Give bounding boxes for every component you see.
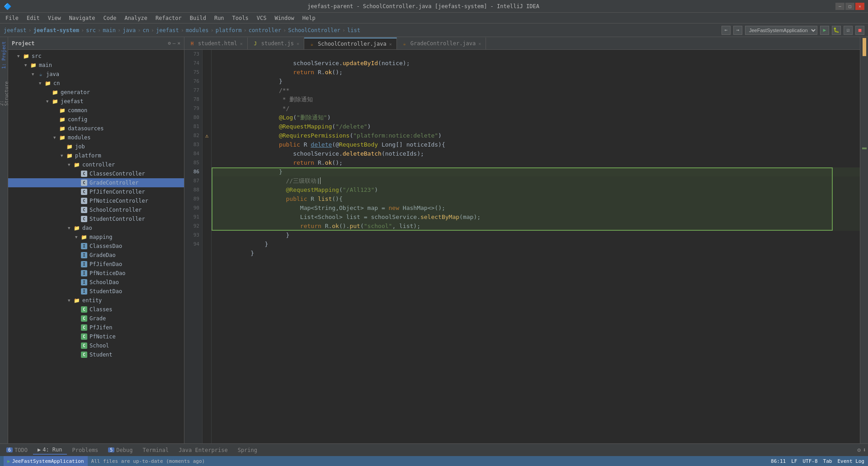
- breadcrumb-src[interactable]: src: [86, 27, 96, 33]
- code-content[interactable]: schoolService.updateById(notice); return…: [212, 50, 860, 443]
- tab-student-html[interactable]: H student.html ✕: [184, 38, 248, 49]
- menu-help[interactable]: Help: [299, 14, 319, 22]
- cursor-position[interactable]: 86:11: [771, 458, 786, 464]
- tree-item-grade[interactable]: C Grade: [8, 314, 184, 323]
- tree-item-student[interactable]: C Student: [8, 350, 184, 359]
- tree-item-platform[interactable]: ▼ 📁 platform: [8, 151, 184, 160]
- tab-debug[interactable]: 5 Debug: [104, 446, 137, 454]
- event-log[interactable]: Event Log: [837, 458, 864, 464]
- project-header-close-icon[interactable]: ✕: [177, 40, 180, 46]
- menu-edit[interactable]: Edit: [23, 14, 43, 22]
- tree-item-src[interactable]: ▼ 📁 src: [8, 52, 184, 61]
- menu-view[interactable]: View: [44, 14, 65, 22]
- project-header-gear-icon[interactable]: ⚙: [168, 40, 171, 46]
- tree-item-pfjifen-controller[interactable]: C PfJifenController: [8, 187, 184, 196]
- tab-java-enterprise[interactable]: Java Enterprise: [174, 446, 232, 454]
- menu-run[interactable]: Run: [211, 14, 228, 22]
- nav-forward-button[interactable]: →: [733, 26, 742, 35]
- project-header-collapse-icon[interactable]: —: [173, 40, 176, 46]
- bottom-settings[interactable]: ⚙ ⬇: [857, 447, 866, 453]
- tree-item-cn[interactable]: ▼ 📁 cn: [8, 79, 184, 88]
- menu-file[interactable]: File: [2, 14, 22, 22]
- breadcrumb-jeefast[interactable]: jeefast: [4, 27, 27, 33]
- run-config-select[interactable]: JeeFastSystemApplication: [745, 26, 817, 35]
- code-editor[interactable]: 73 74 75 76 77 78 79 80 81 82 83 84 85 8…: [184, 50, 860, 443]
- breadcrumb-jeefast2[interactable]: jeefast: [156, 27, 179, 33]
- menu-tools[interactable]: Tools: [229, 14, 252, 22]
- tree-item-classes-controller[interactable]: C ClassesController: [8, 169, 184, 178]
- tree-item-common[interactable]: 📁 common: [8, 106, 184, 115]
- menu-window[interactable]: Window: [271, 14, 297, 22]
- tab-terminal[interactable]: Terminal: [138, 446, 173, 454]
- tree-item-config[interactable]: 📁 config: [8, 115, 184, 124]
- breadcrumb-list[interactable]: list: [347, 27, 360, 33]
- nav-back-button[interactable]: ←: [722, 26, 731, 35]
- menu-navigate[interactable]: Navigate: [66, 14, 99, 22]
- tree-item-dao[interactable]: ▼ 📁 dao: [8, 223, 184, 233]
- settings-icon[interactable]: ⚙: [857, 447, 861, 453]
- tree-item-pfnotice[interactable]: C PfNotice: [8, 332, 184, 341]
- tree-item-classes[interactable]: C Classes: [8, 305, 184, 314]
- breadcrumb-platform[interactable]: platform: [216, 27, 242, 33]
- breadcrumb-cn[interactable]: cn: [142, 27, 149, 33]
- tree-item-school[interactable]: C School: [8, 341, 184, 350]
- tree-item-grade-controller[interactable]: C GradeController: [8, 178, 184, 187]
- tree-item-grade-dao[interactable]: I GradeDao: [8, 251, 184, 260]
- tree-item-jeefast[interactable]: ▼ 📁 jeefast: [8, 97, 184, 106]
- breadcrumb-main[interactable]: main: [103, 27, 116, 33]
- run-button[interactable]: ▶: [820, 26, 829, 35]
- breadcrumb-modules[interactable]: modules: [186, 27, 209, 33]
- breadcrumb-jeefast-system[interactable]: jeefast-system: [33, 27, 79, 33]
- tree-item-pfnotice-dao[interactable]: I PfNoticeDao: [8, 269, 184, 278]
- tab-close-school-controller[interactable]: ✕: [389, 42, 392, 47]
- maximize-button[interactable]: □: [845, 3, 854, 10]
- tab-student-js[interactable]: J student.js ✕: [248, 38, 304, 49]
- breadcrumb-java[interactable]: java: [123, 27, 136, 33]
- tab-close-grade-controller[interactable]: ✕: [478, 41, 481, 46]
- hide-panels-icon[interactable]: ⬇: [863, 447, 866, 453]
- tree-item-classes-dao[interactable]: I ClassesDao: [8, 242, 184, 251]
- run-with-coverage-button[interactable]: ☑: [844, 26, 853, 35]
- tab-school-controller[interactable]: ☕ SchoolController.java ✕: [304, 38, 397, 49]
- tab-grade-controller[interactable]: ☕ GradeController.java ✕: [397, 38, 486, 49]
- breadcrumb-controller[interactable]: controller: [249, 27, 281, 33]
- tab-spring[interactable]: Spring: [233, 446, 262, 454]
- encoding[interactable]: UTF-8: [802, 458, 817, 464]
- tree-item-student-controller[interactable]: C StudentController: [8, 214, 184, 223]
- tree-item-java[interactable]: ▼ ☕ java: [8, 70, 184, 79]
- breadcrumb-school-controller[interactable]: SchoolController: [288, 27, 340, 33]
- tab-close-student-html[interactable]: ✕: [240, 41, 243, 46]
- tree-item-datasources[interactable]: 📁 datasources: [8, 124, 184, 133]
- tree-item-pfjifen[interactable]: C PfJifen: [8, 323, 184, 332]
- tree-item-modules[interactable]: ▼ 📁 modules: [8, 133, 184, 142]
- tab-close-student-js[interactable]: ✕: [297, 41, 299, 46]
- tree-item-student-dao[interactable]: I StudentDao: [8, 287, 184, 296]
- menu-vcs[interactable]: VCS: [253, 14, 270, 22]
- stop-button[interactable]: ■: [855, 26, 864, 35]
- menu-code[interactable]: Code: [100, 14, 120, 22]
- debug-button[interactable]: 🐛: [832, 26, 841, 35]
- window-controls[interactable]: — □ ✕: [835, 3, 864, 10]
- line-ending[interactable]: LF: [791, 458, 797, 464]
- tree-item-pfnotice-controller[interactable]: C PfNoticeController: [8, 196, 184, 205]
- tab-problems[interactable]: Problems: [68, 446, 103, 454]
- menu-build[interactable]: Build: [186, 14, 210, 22]
- tab-todo[interactable]: 6 TODO: [2, 446, 32, 454]
- left-panel-project[interactable]: 1: Project: [0, 37, 8, 73]
- tree-item-mapping[interactable]: ▼ 📁 mapping: [8, 233, 184, 242]
- tree-item-pfjifen-dao[interactable]: I PfJifenDao: [8, 260, 184, 269]
- tab-run[interactable]: ▶ 4: Run: [33, 446, 67, 455]
- tree-item-job[interactable]: 📁 job: [8, 142, 184, 151]
- tree-item-school-dao[interactable]: I SchoolDao: [8, 278, 184, 287]
- tree-item-entity[interactable]: ▼ 📁 entity: [8, 296, 184, 305]
- close-button[interactable]: ✕: [855, 3, 864, 10]
- menu-refactor[interactable]: Refactor: [152, 14, 185, 22]
- minimize-button[interactable]: —: [835, 3, 844, 10]
- tree-item-generator[interactable]: 📁 generator: [8, 88, 184, 97]
- menu-analyze[interactable]: Analyze: [121, 14, 151, 22]
- run-app-indicator[interactable]: ▶ JeeFastSystemApplication: [4, 456, 88, 466]
- left-panel-structure[interactable]: 2: Structure: [0, 73, 8, 109]
- tree-item-main[interactable]: ▼ 📁 main: [8, 61, 184, 70]
- tree-item-controller-folder[interactable]: ▼ 📁 controller: [8, 160, 184, 169]
- indent[interactable]: Tab: [823, 458, 832, 464]
